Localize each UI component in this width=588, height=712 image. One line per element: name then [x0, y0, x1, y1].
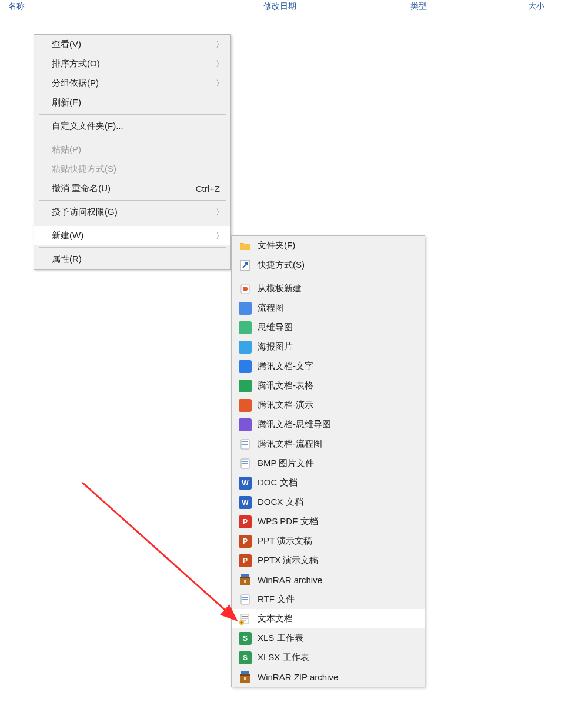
submenu-item-txt[interactable]: 文本文档	[232, 609, 425, 628]
submenu-item-tencent-flow[interactable]: 腾讯文档-流程图	[232, 434, 425, 454]
mindmap-icon	[239, 321, 252, 334]
svg-line-28	[82, 483, 235, 619]
submenu-label: PPTX 演示文稿	[258, 555, 419, 566]
submenu-item-docx[interactable]: WDOCX 文档	[232, 493, 425, 512]
bmp-icon	[239, 457, 252, 470]
new-submenu: 文件夹(F)快捷方式(S)从模板新建流程图思维导图海报图片腾讯文档-文字腾讯文档…	[231, 235, 425, 687]
svg-rect-16	[242, 599, 248, 600]
submenu-label: WinRAR archive	[258, 575, 419, 585]
menu-separator	[39, 247, 226, 248]
menu-sort[interactable]: 排序方式(O) 〉	[34, 54, 230, 74]
submenu-label: 流程图	[258, 302, 419, 314]
submenu-item-template[interactable]: 从模板新建	[232, 279, 425, 298]
chevron-right-icon: 〉	[216, 59, 223, 69]
xlsx-icon: S	[239, 651, 252, 664]
submenu-label: 思维导图	[258, 322, 419, 333]
svg-rect-8	[242, 463, 248, 464]
pptx-icon: P	[239, 554, 252, 567]
menu-label: 查看(V)	[52, 39, 216, 50]
submenu-label: 腾讯文档-流程图	[258, 438, 419, 450]
zip-icon	[239, 671, 252, 684]
menu-label: 粘贴(P)	[52, 144, 225, 155]
submenu-item-zip[interactable]: WinRAR ZIP archive	[232, 667, 425, 687]
menu-separator	[39, 200, 226, 201]
submenu-item-tencent-ppt[interactable]: 腾讯文档-演示	[232, 395, 425, 415]
submenu-item-pptx[interactable]: PPPTX 演示文稿	[232, 551, 425, 570]
menu-paste: 粘贴(P)	[34, 140, 230, 159]
submenu-label: WinRAR ZIP archive	[258, 672, 419, 682]
chevron-right-icon: 〉	[216, 78, 223, 89]
menu-label: 授予访问权限(G)	[52, 207, 216, 218]
submenu-label: WPS PDF 文档	[258, 516, 419, 527]
menu-separator	[39, 224, 226, 224]
submenu-label: XLSX 工作表	[258, 652, 419, 663]
submenu-item-mindmap[interactable]: 思维导图	[232, 318, 425, 337]
submenu-item-tencent-mind[interactable]: 腾讯文档-思维导图	[232, 415, 425, 434]
menu-new[interactable]: 新建(W) 〉	[34, 226, 230, 245]
menu-paste-shortcut: 粘贴快捷方式(S)	[34, 159, 230, 179]
col-size[interactable]: 大小	[528, 1, 588, 12]
svg-point-2	[243, 287, 248, 291]
chevron-right-icon: 〉	[216, 39, 223, 50]
menu-refresh[interactable]: 刷新(E)	[34, 93, 230, 112]
submenu-item-tencent-sheet[interactable]: 腾讯文档-表格	[232, 376, 425, 395]
submenu-label: 腾讯文档-演示	[258, 400, 419, 411]
rar-icon	[239, 574, 252, 587]
menu-properties[interactable]: 属性(R)	[34, 249, 230, 269]
menu-customize-folder[interactable]: 自定义文件夹(F)...	[34, 117, 230, 136]
txt-icon	[239, 613, 252, 626]
wps-pdf-icon: P	[239, 515, 252, 528]
menu-label: 分组依据(P)	[52, 78, 216, 89]
submenu-label: RTF 文件	[258, 594, 419, 605]
menu-group[interactable]: 分组依据(P) 〉	[34, 74, 230, 93]
chevron-right-icon: 〉	[216, 231, 223, 241]
svg-rect-20	[242, 620, 246, 621]
submenu-label: 从模板新建	[258, 283, 419, 294]
menu-label: 刷新(E)	[52, 97, 225, 108]
submenu-item-poster[interactable]: 海报图片	[232, 337, 425, 357]
docx-icon: W	[239, 496, 252, 509]
submenu-label: 快捷方式(S)	[258, 259, 419, 271]
svg-rect-13	[244, 580, 246, 583]
submenu-item-rar[interactable]: WinRAR archive	[232, 570, 425, 590]
col-type[interactable]: 类型	[410, 1, 528, 12]
submenu-item-folder[interactable]: 文件夹(F)	[232, 236, 425, 255]
poster-icon	[239, 341, 252, 354]
svg-rect-5	[242, 444, 248, 445]
svg-rect-7	[242, 461, 248, 462]
submenu-label: DOCX 文档	[258, 497, 419, 508]
submenu-item-doc[interactable]: WDOC 文档	[232, 473, 425, 493]
ppt-icon: P	[239, 535, 252, 548]
submenu-item-wps-pdf[interactable]: PWPS PDF 文档	[232, 512, 425, 531]
menu-label: 撤消 重命名(U)	[52, 183, 196, 194]
submenu-label: DOC 文档	[258, 477, 419, 488]
submenu-label: 腾讯文档-思维导图	[258, 419, 419, 430]
submenu-item-bmp[interactable]: BMP 图片文件	[232, 454, 425, 473]
svg-rect-19	[242, 618, 248, 619]
submenu-label: 海报图片	[258, 341, 419, 352]
submenu-item-shortcut[interactable]: 快捷方式(S)	[232, 255, 425, 275]
col-name[interactable]: 名称	[0, 1, 263, 12]
menu-separator	[236, 277, 420, 277]
menu-undo[interactable]: 撤消 重命名(U) Ctrl+Z	[34, 179, 230, 198]
menu-label: 属性(R)	[52, 254, 225, 265]
submenu-item-xls[interactable]: SXLS 工作表	[232, 628, 425, 648]
submenu-item-xlsx[interactable]: SXLSX 工作表	[232, 648, 425, 667]
submenu-label: 文件夹(F)	[258, 240, 419, 251]
menu-shortcut: Ctrl+Z	[196, 184, 220, 194]
submenu-item-flowchart[interactable]: 流程图	[232, 298, 425, 318]
submenu-item-tencent-doc[interactable]: 腾讯文档-文字	[232, 357, 425, 376]
submenu-item-ppt[interactable]: PPPT 演示文稿	[232, 531, 425, 551]
menu-grant-access[interactable]: 授予访问权限(G) 〉	[34, 202, 230, 222]
menu-view[interactable]: 查看(V) 〉	[34, 35, 230, 54]
submenu-label: 腾讯文档-表格	[258, 380, 419, 391]
menu-label: 自定义文件夹(F)...	[52, 121, 225, 132]
submenu-item-rtf[interactable]: RTF 文件	[232, 590, 425, 609]
folder-icon	[239, 239, 252, 252]
col-date[interactable]: 修改日期	[263, 1, 410, 12]
submenu-label: BMP 图片文件	[258, 458, 419, 469]
menu-label: 新建(W)	[52, 230, 216, 241]
rtf-icon	[239, 593, 252, 606]
chevron-right-icon: 〉	[216, 207, 223, 218]
svg-rect-18	[242, 616, 248, 617]
